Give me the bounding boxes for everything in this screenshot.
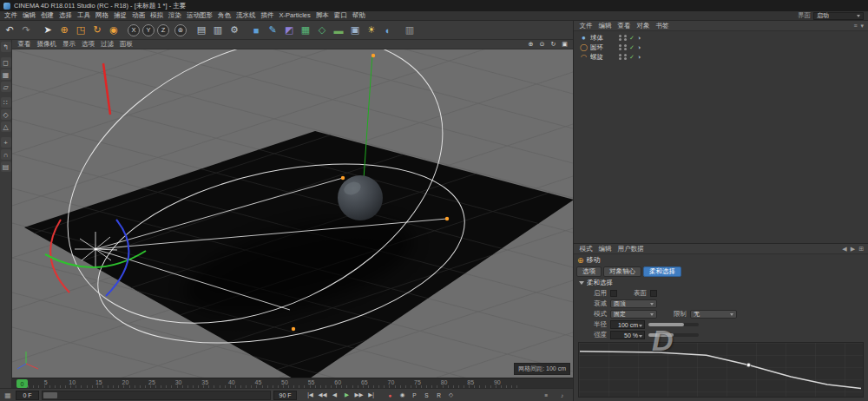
attribute-tab[interactable]: 选项 (576, 266, 602, 277)
strength-field[interactable]: 50 % (610, 331, 645, 339)
menu-item[interactable]: 动画 (129, 11, 148, 20)
menu-item[interactable]: 模拟 (148, 11, 166, 20)
menu-item[interactable]: 角色 (215, 11, 233, 20)
radius-slider[interactable] (648, 323, 699, 326)
object-row[interactable]: ● 球体 ✓ ◑ (574, 33, 868, 43)
section-header[interactable]: 柔和选择 (574, 279, 868, 288)
viewport-menu-item[interactable]: 显示 (60, 40, 79, 49)
object-manager-menu-item[interactable]: 查看 (615, 22, 634, 30)
strength-slider[interactable] (648, 333, 699, 337)
object-manager-menu-item[interactable]: 文件 (576, 22, 595, 30)
undo-icon[interactable]: ↶ (2, 23, 17, 38)
goto-start-button[interactable]: |◀ (305, 390, 316, 400)
phong-tag-icon[interactable]: ◑ (637, 35, 641, 41)
toggle-views-icon[interactable]: ▣ (560, 41, 569, 49)
object-manager-menu-item[interactable]: 对象 (634, 22, 653, 30)
goto-end-button[interactable]: ▶| (365, 390, 377, 400)
next-frame-button[interactable]: ▶▶ (353, 390, 365, 400)
viewport-menu-item[interactable]: 选项 (79, 40, 98, 49)
viewport-menu-item[interactable]: 摄像机 (34, 40, 60, 49)
menu-item[interactable]: 编辑 (20, 11, 38, 20)
move-tool-icon[interactable]: ⊕ (56, 23, 72, 38)
render-dots[interactable] (624, 44, 627, 50)
am-history-forward-icon[interactable]: ▶ (851, 246, 855, 253)
record-keyframe-button[interactable]: ● (385, 390, 396, 400)
phong-tag-icon[interactable]: ◑ (637, 54, 641, 60)
null-object[interactable] (95, 248, 97, 251)
sound-toggle-icon[interactable]: ♪ (556, 390, 568, 400)
menu-item[interactable]: 渲染 (166, 11, 184, 20)
frame-end-field[interactable]: 90 F (273, 391, 297, 400)
texture-mode-icon[interactable]: ▦ (1, 69, 11, 80)
menu-item[interactable]: 流水线 (233, 11, 259, 20)
object-name[interactable]: 螺旋 (590, 53, 616, 62)
enabled-check-icon[interactable]: ✓ (629, 54, 635, 61)
viewport-menu-item[interactable]: 面板 (117, 40, 136, 49)
sphere-object[interactable] (338, 175, 383, 220)
scale-tool-icon[interactable]: ◳ (73, 23, 89, 38)
surface-checkbox[interactable] (650, 290, 657, 297)
attribute-menu-item[interactable]: 用户数据 (615, 245, 647, 253)
rotate-view-icon[interactable]: ↻ (549, 41, 558, 49)
frame-slider[interactable] (42, 391, 271, 400)
spinner-icon[interactable] (639, 335, 642, 338)
object-name[interactable]: 圆环 (590, 43, 616, 52)
playback-options-icon[interactable]: ≡ (541, 390, 552, 400)
menu-item[interactable]: 插件 (259, 11, 277, 20)
visibility-dots[interactable] (619, 44, 621, 50)
playhead[interactable]: 0 (16, 379, 28, 388)
am-new-panel-icon[interactable]: ⊞ (858, 246, 864, 253)
live-selection-icon[interactable]: ➤ (40, 23, 56, 38)
enabled-check-icon[interactable]: ✓ (629, 35, 635, 42)
attribute-menu-item[interactable]: 模式 (576, 245, 595, 253)
visibility-dots[interactable] (619, 35, 621, 41)
viewport-canvas[interactable]: 网格间距: 100 cm (12, 49, 573, 378)
render-film-icon[interactable]: ▥ (402, 23, 418, 38)
object-name[interactable]: 球体 (590, 34, 616, 43)
autokey-button[interactable]: ◉ (397, 390, 408, 400)
workplane-mode-icon[interactable]: ▱ (1, 82, 11, 92)
last-tool-icon[interactable]: ◉ (106, 23, 122, 38)
render-dots[interactable] (624, 54, 627, 60)
am-history-back-icon[interactable]: ◀ (842, 246, 846, 253)
prev-key-button[interactable]: ◀◀ (317, 390, 328, 400)
add-subdivision-icon[interactable]: ◩ (281, 23, 297, 38)
x-axis-lock-icon[interactable]: X (128, 24, 140, 36)
attribute-tab[interactable]: 对象轴心 (603, 266, 641, 277)
visibility-dots[interactable] (619, 54, 621, 60)
play-button[interactable]: ▶ (341, 390, 352, 400)
coordinate-system-icon[interactable]: ⊚ (174, 24, 187, 36)
frame-slider-handle[interactable] (43, 392, 57, 398)
phong-tag-icon[interactable]: ◑ (637, 44, 641, 50)
pan-view-icon[interactable]: ⊕ (526, 41, 536, 49)
menu-item[interactable]: 创建 (38, 11, 56, 20)
viewport-menu-item[interactable]: 过滤 (98, 40, 117, 49)
add-deformer-icon[interactable]: ◇ (314, 23, 330, 38)
menu-item[interactable]: 运动图形 (184, 11, 215, 20)
mode-select[interactable]: 固定 (610, 310, 657, 319)
add-array-icon[interactable]: ▦ (298, 23, 313, 38)
y-axis-lock-icon[interactable]: Y (142, 24, 155, 36)
key-position-button[interactable]: P (409, 390, 420, 400)
object-row[interactable]: ◠ 螺旋 ✓ ◑ (574, 52, 868, 62)
key-rotation-button[interactable]: R (433, 390, 444, 400)
falloff-curve-editor[interactable] (578, 342, 864, 398)
snap-icon[interactable]: ∩ (1, 149, 11, 160)
attribute-tab[interactable]: 柔和选择 (643, 266, 681, 277)
zoom-view-icon[interactable]: ⊙ (537, 41, 547, 49)
menu-item[interactable]: 脚本 (313, 11, 332, 20)
add-light-icon[interactable]: ☀ (364, 23, 379, 38)
menu-item[interactable]: X-Particles (277, 11, 313, 20)
model-mode-icon[interactable]: ◻ (1, 57, 11, 68)
edges-mode-icon[interactable]: ◇ (1, 109, 11, 120)
om-filter-icon[interactable]: ▾ (860, 23, 864, 30)
lock-workplane-icon[interactable]: ▤ (1, 161, 11, 172)
menu-item[interactable]: 网格 (93, 11, 111, 20)
make-editable-icon[interactable]: ↰ (1, 42, 11, 52)
timeline-layout-icon[interactable]: ▦ (3, 391, 13, 399)
restrict-select[interactable]: 无 (690, 310, 737, 319)
menu-item[interactable]: 窗口 (332, 11, 350, 20)
add-sky-icon[interactable]: ◐ (380, 23, 396, 38)
rotate-tool-icon[interactable]: ↻ (89, 23, 105, 38)
timeline-ruler[interactable]: 0 5 10 15 20 25 30 (12, 378, 573, 388)
